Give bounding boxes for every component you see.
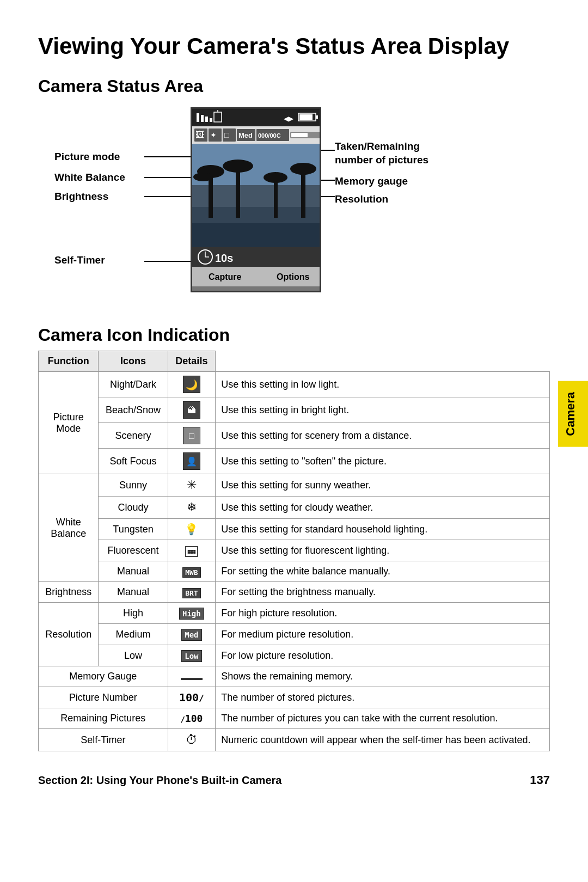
detail-low: For low picture resolution. bbox=[216, 645, 550, 666]
sub-cloudy: Cloudy bbox=[99, 497, 168, 519]
detail-cloudy: Use this setting for cloudy weather. bbox=[216, 497, 550, 519]
icon-self-timer: ⏱ bbox=[168, 729, 216, 751]
svg-text:10s: 10s bbox=[215, 252, 233, 264]
detail-memory-gauge: Shows the remaining memory. bbox=[216, 666, 550, 687]
function-picture-number: Picture Number bbox=[39, 687, 168, 708]
svg-text:Options: Options bbox=[277, 272, 310, 281]
svg-point-33 bbox=[264, 172, 287, 183]
table-row: Remaining Pictures /100 The number of pi… bbox=[39, 708, 550, 729]
table-row: Scenery □ Use this setting for scenery f… bbox=[39, 423, 550, 449]
svg-rect-1 bbox=[197, 113, 199, 122]
table-row: Brightness Manual BRT For setting the br… bbox=[39, 582, 550, 603]
function-resolution: Resolution bbox=[39, 603, 99, 666]
line-brightness bbox=[144, 196, 191, 197]
detail-manual-bright: For setting the brightness manually. bbox=[216, 582, 550, 603]
svg-rect-2 bbox=[201, 115, 204, 122]
function-picture-mode: PictureMode bbox=[39, 372, 99, 474]
icon-manual-wb: MWB bbox=[168, 561, 216, 582]
detail-picture-number: The number of stored pictures. bbox=[216, 687, 550, 708]
svg-point-31 bbox=[223, 160, 253, 173]
icon-scenery: □ bbox=[168, 423, 216, 449]
table-row: Low Low For low picture resolution. bbox=[39, 645, 550, 666]
svg-rect-36 bbox=[192, 223, 321, 247]
line-taken bbox=[321, 150, 335, 151]
sub-manual-wb: Manual bbox=[99, 561, 168, 582]
svg-rect-3 bbox=[205, 117, 208, 122]
label-self-timer: Self-Timer bbox=[54, 254, 105, 266]
icon-cloudy: ❄ bbox=[168, 497, 216, 519]
col-header-details: Details bbox=[168, 351, 216, 372]
sub-fluorescent: Fluorescent bbox=[99, 540, 168, 561]
icon-night-dark: 🌙 bbox=[168, 372, 216, 397]
icon-picture-number: 100/ bbox=[168, 687, 216, 708]
sub-soft-focus: Soft Focus bbox=[99, 449, 168, 474]
line-whitebal bbox=[144, 177, 191, 178]
table-row: Beach/Snow 🏔 Use this setting in bright … bbox=[39, 397, 550, 423]
line-memgauge bbox=[321, 180, 335, 181]
icon-memory-gauge bbox=[168, 666, 216, 687]
section2-title: Camera Icon Indication bbox=[38, 325, 550, 345]
icon-manual-bright: BRT bbox=[168, 582, 216, 603]
svg-rect-37 bbox=[192, 247, 321, 267]
detail-sunny: Use this setting for sunny weather. bbox=[216, 474, 550, 497]
side-tab-camera: Camera bbox=[558, 381, 588, 447]
camera-screen: ◀▶ 🖼 ✦ □ Med 000/00C bbox=[191, 107, 321, 292]
table-row: Tungsten 💡 Use this setting for standard… bbox=[39, 519, 550, 540]
col-header-function: Function bbox=[39, 351, 99, 372]
table-row: Self-Timer ⏱ Numeric countdown will appe… bbox=[39, 729, 550, 751]
icon-indication-table: Function Icons Details PictureMode Night… bbox=[38, 351, 550, 751]
detail-tungsten: Use this setting for standard household … bbox=[216, 519, 550, 540]
table-row: Fluorescent ▦▦ Use this setting for fluo… bbox=[39, 540, 550, 561]
sub-high: High bbox=[99, 603, 168, 624]
function-memory-gauge: Memory Gauge bbox=[39, 666, 168, 687]
svg-text:◀▶: ◀▶ bbox=[284, 115, 294, 122]
function-white-balance: WhiteBalance bbox=[39, 474, 99, 582]
icon-tungsten: 💡 bbox=[168, 519, 216, 540]
svg-rect-23 bbox=[291, 133, 308, 137]
table-row: Memory Gauge Shows the remaining memory. bbox=[39, 666, 550, 687]
svg-rect-8 bbox=[316, 115, 318, 119]
svg-rect-34 bbox=[301, 171, 305, 218]
svg-text:000/00C: 000/00C bbox=[258, 132, 281, 139]
svg-rect-27 bbox=[209, 174, 213, 218]
detail-medium: For medium picture resolution. bbox=[216, 624, 550, 645]
icon-high: High bbox=[168, 603, 216, 624]
detail-soft-focus: Use this setting to "soften" the picture… bbox=[216, 449, 550, 474]
svg-rect-4 bbox=[210, 118, 212, 122]
detail-self-timer: Numeric countdown will appear when the s… bbox=[216, 729, 550, 751]
table-row: Cloudy ❄ Use this setting for cloudy wea… bbox=[39, 497, 550, 519]
detail-remaining-pictures: The number of pictures you can take with… bbox=[216, 708, 550, 729]
main-title: Viewing Your Camera's Status Area Displa… bbox=[38, 33, 550, 60]
table-row: Picture Number 100/ The number of stored… bbox=[39, 687, 550, 708]
label-memory-gauge: Memory gauge bbox=[335, 175, 408, 187]
label-white-balance: White Balance bbox=[54, 171, 125, 183]
icon-sunny: ✳ bbox=[168, 474, 216, 497]
table-row: WhiteBalance Sunny ✳ Use this setting fo… bbox=[39, 474, 550, 497]
footer-section-text: Section 2I: Using Your Phone's Built-in … bbox=[38, 774, 281, 787]
detail-scenery: Use this setting for scenery from a dist… bbox=[216, 423, 550, 449]
section1-title: Camera Status Area bbox=[38, 76, 550, 96]
page-footer: Section 2I: Using Your Phone's Built-in … bbox=[38, 768, 550, 787]
svg-rect-30 bbox=[236, 169, 240, 218]
camera-diagram: Picture mode White Balance Brightness Se… bbox=[38, 107, 550, 309]
svg-text:□: □ bbox=[224, 131, 229, 139]
sub-tungsten: Tungsten bbox=[99, 519, 168, 540]
svg-rect-32 bbox=[274, 180, 278, 218]
detail-night-dark: Use this setting in low light. bbox=[216, 372, 550, 397]
function-remaining-pictures: Remaining Pictures bbox=[39, 708, 168, 729]
svg-text:Med: Med bbox=[238, 131, 253, 139]
sub-night-dark: Night/Dark bbox=[99, 372, 168, 397]
svg-point-29 bbox=[193, 173, 213, 181]
svg-text:Capture: Capture bbox=[209, 272, 242, 281]
table-row: Resolution High High For high picture re… bbox=[39, 603, 550, 624]
col-header-icons: Icons bbox=[99, 351, 168, 372]
footer-page-number: 137 bbox=[530, 773, 550, 787]
svg-point-35 bbox=[290, 163, 316, 175]
sub-medium: Medium bbox=[99, 624, 168, 645]
label-picture-mode: Picture mode bbox=[54, 151, 120, 163]
function-self-timer: Self-Timer bbox=[39, 729, 168, 751]
line-selftimer bbox=[144, 261, 191, 262]
sub-scenery: Scenery bbox=[99, 423, 168, 449]
svg-text:✦: ✦ bbox=[210, 131, 217, 139]
label-brightness: Brightness bbox=[54, 191, 108, 203]
